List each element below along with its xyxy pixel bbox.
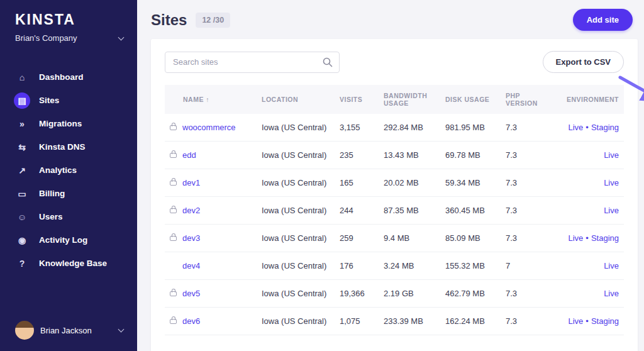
table-body: woocommerce Iowa (US Central) 3,155 292.… [165,114,624,335]
column-header-bandwidth[interactable]: BANDWIDTH USAGE [379,85,440,114]
php-version-cell: 7.3 [501,225,553,252]
env-link-staging[interactable]: Staging [591,123,619,132]
disk-cell: 155.32 MB [440,252,501,280]
environment-cell: Live•Staging [553,308,624,335]
column-header-php[interactable]: PHP VERSION [501,85,553,114]
column-header-visits[interactable]: VISITS [335,85,379,114]
sites-table: NAME ↑LOCATIONVISITSBANDWIDTH USAGEDISK … [165,85,624,335]
sidebar-item-kinsta-dns[interactable]: ⇆ Kinsta DNS [0,135,137,159]
bandwidth-cell: 2.19 GB [379,280,440,308]
export-csv-button[interactable]: Export to CSV [543,51,624,73]
env-link-live[interactable]: Live [568,233,583,243]
visits-cell: 259 [335,225,379,252]
env-link-live[interactable]: Live [604,206,619,215]
env-link-live[interactable]: Live [568,316,583,326]
column-header-name[interactable]: NAME ↑ [165,85,257,114]
site-name-link[interactable]: dev6 [182,316,200,326]
search-sites-input[interactable] [165,52,340,73]
bandwidth-cell: 20.02 MB [379,169,440,197]
search-box [165,52,340,73]
env-separator-icon: • [586,233,589,243]
company-selector[interactable]: Brian's Company [0,31,137,52]
disk-cell: 981.95 MB [440,114,501,142]
sidebar-item-label: Migrations [39,119,82,128]
bandwidth-cell: 3.24 MB [379,252,440,280]
sites-toolbar: Export to CSV [151,39,638,85]
visits-cell: 1,075 [335,308,379,335]
search-icon [322,57,333,68]
sidebar-item-users[interactable]: ☺ Users [0,205,137,228]
lock-icon [170,319,177,324]
sidebar-item-label: Billing [39,189,65,198]
sidebar-item-label: Dashboard [39,72,84,82]
user-name: Brian Jackson [40,326,92,335]
main-content: Sites 12 /30 Add site Export to CSV NAME… [137,0,644,351]
site-name-link[interactable]: dev3 [182,233,200,243]
site-name-link[interactable]: edd [182,150,196,160]
env-link-live[interactable]: Live [604,178,619,187]
location-cell: Iowa (US Central) [257,252,335,280]
site-name-link[interactable]: woocommerce [182,123,236,132]
sidebar-item-label: Kinsta DNS [39,142,86,152]
sidebar-item-billing[interactable]: ▭ Billing [0,182,137,205]
lock-icon [170,291,177,296]
sidebar-item-activity-log[interactable]: ◉ Activity Log [0,228,137,252]
php-version-cell: 7.3 [501,197,553,225]
sidebar-item-knowledge-base[interactable]: ? Knowledge Base [0,252,137,275]
env-link-live[interactable]: Live [604,289,619,298]
lock-icon [170,208,177,213]
sidebar-item-dashboard[interactable]: ⌂ Dashboard [0,65,137,89]
column-header-location[interactable]: LOCATION [257,85,335,114]
environment-cell: Live [553,142,624,169]
chevron-down-icon [118,326,125,333]
migrations-icon: » [14,116,30,132]
add-site-button[interactable]: Add site [573,9,633,31]
table-row: edd Iowa (US Central) 235 13.43 MB 69.78… [165,142,624,169]
env-link-staging[interactable]: Staging [591,316,619,326]
table-row: woocommerce Iowa (US Central) 3,155 292.… [165,114,624,142]
env-link-staging[interactable]: Staging [591,233,619,243]
app-root: Kinsta Brian's Company ⌂ Dashboard ▤ Sit… [0,0,644,351]
dashboard-icon: ⌂ [14,69,30,86]
visits-cell: 176 [335,252,379,280]
sidebar-item-analytics[interactable]: ↗ Analytics [0,159,137,182]
bandwidth-cell: 13.43 MB [379,142,440,169]
analytics-icon: ↗ [14,162,30,179]
table-row: dev5 Iowa (US Central) 19,366 2.19 GB 46… [165,280,624,308]
disk-cell: 85.09 MB [440,225,501,252]
site-name-link[interactable]: dev4 [182,261,200,270]
visits-cell: 3,155 [335,114,379,142]
environment-cell: Live [553,197,624,225]
sites-card: Export to CSV NAME ↑LOCATIONVISITSBANDWI… [151,39,638,351]
bandwidth-cell: 87.35 MB [379,197,440,225]
environment-cell: Live [553,169,624,197]
disk-cell: 360.45 MB [440,197,501,225]
env-link-live[interactable]: Live [604,150,619,160]
env-separator-icon: • [586,316,589,326]
environment-cell: Live [553,252,624,280]
users-icon: ☺ [14,209,30,225]
disk-cell: 69.78 MB [440,142,501,169]
sidebar-item-sites[interactable]: ▤ Sites [0,89,137,112]
page-title: Sites [151,11,187,29]
visits-cell: 244 [335,197,379,225]
environment-cell: Live•Staging [553,114,624,142]
env-link-live[interactable]: Live [568,123,583,132]
activity-log-icon: ◉ [14,232,30,248]
sidebar-item-migrations[interactable]: » Migrations [0,112,137,135]
site-name-link[interactable]: dev2 [182,206,200,215]
column-header-environment[interactable]: ENVIRONMENT [553,85,624,114]
column-header-disk[interactable]: DISK USAGE [440,85,501,114]
env-separator-icon: • [586,123,589,132]
user-menu[interactable]: Brian Jackson [0,311,137,351]
environment-cell: Live•Staging [553,225,624,252]
visits-cell: 165 [335,169,379,197]
site-name-link[interactable]: dev1 [182,178,200,187]
php-version-cell: 7.3 [501,169,553,197]
env-link-live[interactable]: Live [604,261,619,270]
sites-count-badge: 12 /30 [196,13,230,28]
kinsta-logo[interactable]: Kinsta [0,0,137,31]
php-version-cell: 7 [501,252,553,280]
site-name-link[interactable]: dev5 [182,289,200,298]
disk-cell: 59.34 MB [440,169,501,197]
